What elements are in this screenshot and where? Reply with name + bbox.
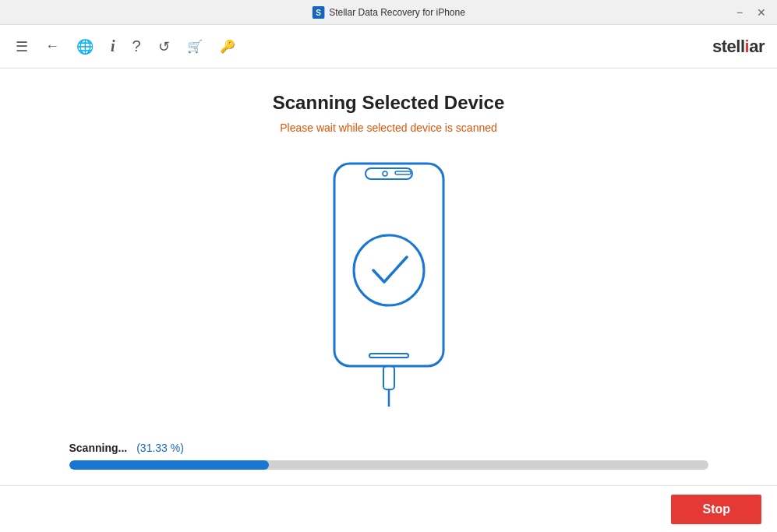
back-icon[interactable]: ←: [42, 35, 62, 58]
page-title: Scanning Selected Device: [273, 92, 504, 114]
progress-bar-fill: [69, 460, 270, 470]
help-icon[interactable]: ?: [129, 34, 144, 58]
progress-bar-track: [69, 460, 708, 470]
scanning-label: Scanning...: [69, 442, 128, 454]
title-bar-center: S Stellar Data Recovery for iPhone: [312, 6, 465, 19]
progress-percent: (31.33 %): [136, 442, 184, 454]
toolbar-left: ☰ ← 🌐 i ? ↺ 🛒 🔑: [12, 34, 238, 58]
svg-rect-2: [334, 164, 443, 366]
phone-svg: [327, 157, 451, 407]
phone-illustration: [327, 157, 451, 407]
cart-icon[interactable]: 🛒: [184, 36, 206, 57]
menu-icon[interactable]: ☰: [12, 35, 31, 58]
toolbar: ☰ ← 🌐 i ? ↺ 🛒 🔑 stelliar: [0, 25, 777, 69]
progress-labels: Scanning... (31.33 %): [69, 442, 708, 454]
svg-rect-7: [369, 354, 408, 358]
svg-text:S: S: [316, 9, 321, 17]
key-icon[interactable]: 🔑: [217, 36, 238, 57]
refresh-icon[interactable]: ↺: [155, 35, 173, 58]
stellar-logo: stelliar: [712, 37, 765, 57]
main-content: Scanning Selected Device Please wait whi…: [0, 69, 777, 485]
svg-rect-3: [366, 168, 412, 179]
progress-section: Scanning... (31.33 %): [54, 442, 724, 470]
svg-point-4: [383, 171, 387, 176]
bottom-bar: Stop: [0, 485, 777, 532]
title-bar-title: Stellar Data Recovery for iPhone: [329, 7, 465, 18]
globe-icon[interactable]: 🌐: [73, 35, 97, 58]
app-icon: S: [312, 6, 324, 19]
svg-rect-5: [395, 171, 411, 174]
stop-button[interactable]: Stop: [671, 495, 761, 524]
minimize-button[interactable]: −: [730, 3, 749, 22]
svg-point-6: [354, 235, 424, 305]
stellar-logo-highlight: i: [745, 37, 750, 56]
page-subtitle: Please wait while selected device is sca…: [280, 122, 497, 134]
svg-rect-8: [383, 366, 394, 389]
info-icon[interactable]: i: [108, 34, 118, 58]
title-bar: S Stellar Data Recovery for iPhone − ✕: [0, 0, 777, 25]
close-button[interactable]: ✕: [752, 3, 771, 22]
title-bar-controls: − ✕: [730, 3, 771, 22]
